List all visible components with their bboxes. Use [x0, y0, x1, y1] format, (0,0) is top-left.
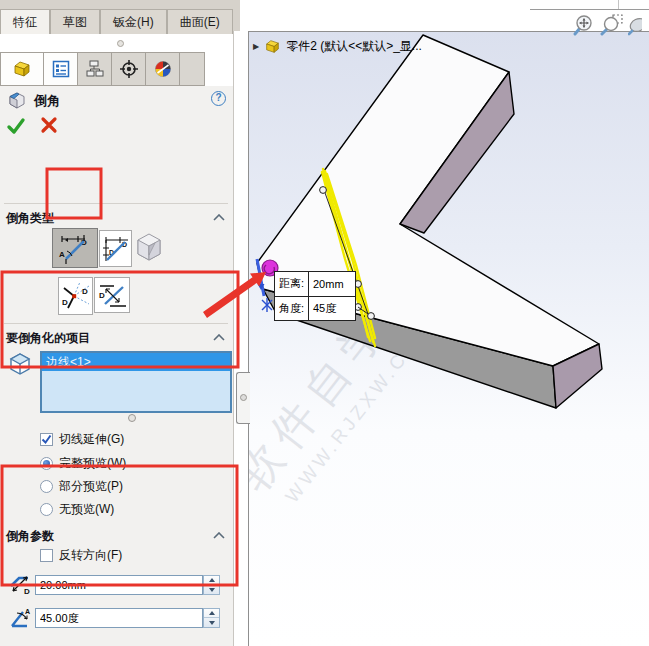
face-face-icon: D	[96, 280, 128, 310]
section-items-to-chamfer[interactable]: 要倒角化的项目	[0, 328, 233, 348]
full-preview-label: 完整预览(W)	[59, 455, 126, 472]
angle-distance-icon: D A	[57, 232, 93, 264]
ribbon-tabs: 特征 草图 钣金(H) 曲面(E)	[0, 9, 233, 34]
help-icon[interactable]: ?	[211, 91, 226, 106]
chamfer-callout[interactable]: 距离: 20mm 角度: 45度	[274, 271, 356, 321]
chamfer-feature-icon	[8, 92, 26, 110]
tab-surfaces[interactable]: 曲面(E)	[167, 9, 233, 34]
callout-distance-value[interactable]: 20mm	[308, 272, 355, 296]
dimxpert-icon	[119, 59, 139, 79]
chevron-up-icon[interactable]	[213, 532, 225, 539]
selected-edge-item[interactable]: 边线<1>	[42, 353, 230, 371]
svg-text:D: D	[62, 298, 68, 307]
svg-text:D: D	[24, 587, 30, 595]
vertex-chamfer-icon	[136, 232, 162, 262]
tree-item-label: 零件2 (默认<<默认>_显...	[286, 38, 422, 55]
partial-preview-label: 部分预览(P)	[59, 478, 123, 495]
chevron-up-icon[interactable]	[213, 214, 225, 221]
spin-up-icon[interactable]	[204, 609, 219, 618]
face-face-chamfer-button[interactable]: D	[94, 277, 130, 313]
svg-text:D: D	[82, 287, 88, 296]
tab-sheet-metal[interactable]: 钣金(H)	[100, 9, 167, 34]
menu-divider-tick	[618, 0, 619, 9]
chevron-up-icon[interactable]	[213, 334, 225, 341]
tangent-propagation-label: 切线延伸(G)	[59, 431, 124, 448]
pm-title: 倒角	[34, 92, 60, 110]
no-preview-option[interactable]: 无预览(W)	[40, 501, 114, 517]
partial-preview-option[interactable]: 部分预览(P)	[40, 478, 123, 494]
radio-icon[interactable]	[40, 480, 53, 493]
splitter-grip-dot	[240, 394, 247, 401]
chamfer-type-label: 倒角类型	[6, 210, 54, 227]
property-manager-panel: 倒角 ? 倒角类型 D A D D	[0, 86, 233, 646]
checkbox-unchecked-icon[interactable]	[40, 549, 53, 562]
spin-down-icon[interactable]	[204, 585, 219, 594]
angle-input[interactable]	[35, 608, 203, 628]
part-icon	[264, 39, 281, 54]
svg-text:D: D	[99, 291, 105, 300]
panel-gutter	[233, 31, 248, 646]
tab-features[interactable]: 特征	[0, 9, 50, 34]
angle-distance-chamfer-button[interactable]: D A	[52, 228, 98, 268]
dimxpert-manager-tab[interactable]	[112, 53, 146, 85]
offset-face-chamfer-button[interactable]: D D	[58, 277, 93, 315]
ribbon-pin-dot[interactable]	[117, 40, 124, 47]
radio-selected-icon[interactable]	[40, 457, 53, 470]
checkbox-checked-icon[interactable]	[40, 433, 53, 446]
callout-angle-label: 角度:	[275, 301, 308, 316]
distance-distance-chamfer-button[interactable]: D D	[99, 230, 132, 267]
full-preview-option[interactable]: 完整预览(W)	[40, 455, 126, 471]
spin-up-icon[interactable]	[204, 576, 219, 585]
zoom-area-icon[interactable]	[600, 13, 624, 37]
angle-spinner[interactable]	[203, 608, 220, 628]
edge-selection-cube-icon	[8, 352, 32, 379]
feature-manager-tab[interactable]	[1, 53, 44, 85]
chamfer-angle-icon: A	[8, 606, 32, 630]
configuration-manager-icon	[86, 60, 104, 78]
cancel-button[interactable]	[40, 116, 58, 134]
property-manager-tab[interactable]	[44, 53, 78, 85]
tree-expand-arrow[interactable]: ▶	[253, 42, 259, 51]
listbox-resize-grip[interactable]	[128, 414, 136, 422]
offset-face-icon: D D	[60, 280, 92, 312]
manager-tab-strip	[0, 52, 205, 86]
tangent-propagation-option[interactable]: 切线延伸(G)	[40, 431, 124, 447]
display-manager-icon	[154, 60, 172, 78]
no-preview-label: 无预览(W)	[59, 501, 114, 518]
svg-text:A: A	[59, 250, 65, 259]
model-scene: 软件自学网 WWW.RJZXW.COM	[249, 32, 649, 646]
callout-angle-value[interactable]: 45度	[308, 297, 355, 321]
chamfer-distance-icon: D	[8, 571, 32, 595]
flip-direction-option[interactable]: 反转方向(F)	[40, 547, 122, 563]
items-to-chamfer-label: 要倒角化的项目	[6, 330, 90, 347]
distance-spinner[interactable]	[203, 575, 220, 595]
svg-text:A: A	[25, 608, 30, 615]
panel-splitter-handle[interactable]	[236, 372, 250, 424]
view-settings-icon[interactable]	[628, 13, 642, 37]
accept-button[interactable]	[6, 116, 26, 136]
configuration-manager-tab[interactable]	[78, 53, 112, 85]
pm-header: 倒角	[8, 90, 60, 112]
menu-divider-line	[530, 9, 649, 10]
zoom-fit-icon[interactable]	[572, 13, 596, 37]
headsup-toolbar	[572, 13, 642, 37]
display-manager-tab[interactable]	[146, 53, 180, 85]
property-manager-icon	[52, 60, 70, 78]
feature-tree-item[interactable]: ▶ 零件2 (默认<<默认>_显...	[253, 38, 422, 55]
chamfer-parameters-label: 倒角参数	[6, 528, 54, 545]
graphics-viewport[interactable]: 软件自学网 WWW.RJZXW.COM	[248, 31, 649, 646]
flip-direction-label: 反转方向(F)	[59, 547, 122, 564]
radio-icon[interactable]	[40, 503, 53, 516]
distance-distance-icon: D D	[101, 234, 131, 264]
callout-distance-label: 距离:	[275, 276, 308, 291]
tab-sketch[interactable]: 草图	[50, 9, 100, 34]
spin-down-icon[interactable]	[204, 618, 219, 627]
section-chamfer-type[interactable]: 倒角类型	[0, 208, 233, 228]
part-model[interactable]	[257, 35, 602, 408]
edge-selection-listbox[interactable]: 边线<1>	[40, 351, 232, 413]
part-icon	[12, 60, 32, 78]
section-chamfer-parameters[interactable]: 倒角参数	[0, 526, 233, 546]
distance-input[interactable]	[35, 575, 203, 595]
vertex-chamfer-button[interactable]	[136, 232, 162, 265]
confirm-row	[6, 116, 58, 136]
